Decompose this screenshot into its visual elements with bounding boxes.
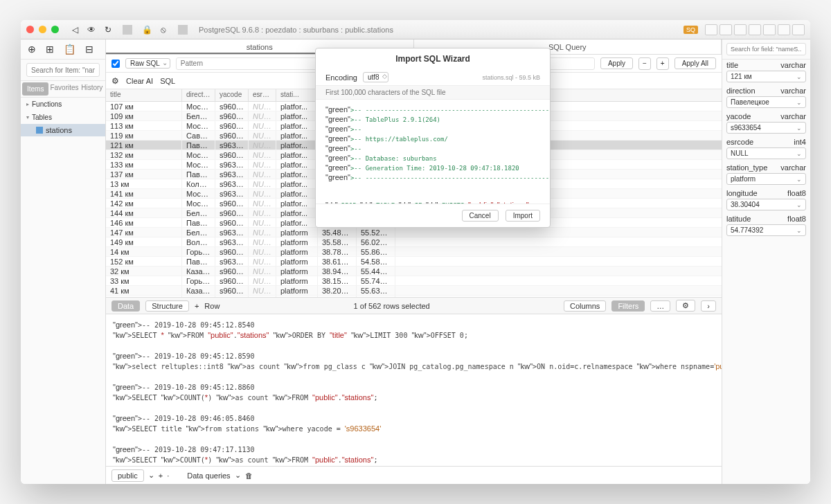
- table-row[interactable]: 41 кмКазанскоеs9600999NULLplatform38.201…: [106, 286, 722, 296]
- panel-toggle-7[interactable]: [792, 24, 805, 35]
- sql-preview[interactable]: "green">-- -----------------------------…: [316, 100, 550, 204]
- gear-icon[interactable]: ⚙: [111, 76, 119, 86]
- sidebar-tabs: Items Favorites History: [21, 81, 105, 98]
- data-queries-label[interactable]: Data queries: [187, 471, 230, 480]
- refresh-icon[interactable]: ↻: [103, 25, 113, 35]
- settings-button[interactable]: ⚙: [676, 300, 695, 312]
- close-icon[interactable]: [26, 26, 34, 33]
- panel-toggle-1[interactable]: [705, 24, 717, 35]
- zoom-icon[interactable]: [51, 26, 59, 33]
- field-type: float8: [787, 189, 806, 197]
- add-row-icon[interactable]: +: [195, 302, 199, 310]
- titlebar: ◁ 👁 ↻ 🔒 ⦸ PostgreSQL 9.6.8 : poezdato : …: [21, 20, 810, 39]
- table-row[interactable]: 33 кмГорьковс...s9600773NULLplatform38.1…: [106, 276, 722, 286]
- table-footer: Data Structure + Row 1 of 562 rows selec…: [106, 297, 722, 314]
- field-type: varchar: [780, 112, 806, 120]
- trash-icon[interactable]: 🗑: [245, 471, 253, 480]
- sidebar-search-input[interactable]: [26, 63, 100, 77]
- apply-button[interactable]: Apply: [600, 57, 633, 69]
- tab-structure[interactable]: Structure: [145, 300, 189, 312]
- connection-icon[interactable]: ⊕: [28, 44, 36, 55]
- schema-chevron-icon[interactable]: ⌄: [148, 471, 154, 480]
- tab-data[interactable]: Data: [111, 300, 140, 312]
- field-value-select[interactable]: Павелецкое: [726, 96, 806, 108]
- panel-toggle-5[interactable]: [763, 24, 776, 35]
- panel-toggle-4[interactable]: [749, 24, 761, 35]
- more-button[interactable]: …: [650, 300, 670, 312]
- tab-history[interactable]: History: [79, 81, 105, 97]
- field-type: varchar: [780, 61, 806, 69]
- add-filter-button[interactable]: +: [656, 57, 669, 70]
- filters-button[interactable]: Filters: [611, 300, 645, 312]
- menu-dot-button[interactable]: ·: [167, 471, 169, 480]
- history-back-icon[interactable]: ◁: [70, 25, 80, 35]
- col-esrcode[interactable]: esrcode: [249, 89, 276, 101]
- queries-chevron-icon[interactable]: ⌄: [235, 471, 241, 480]
- col-direction[interactable]: direction: [182, 89, 215, 101]
- panel-toggle-3[interactable]: [734, 24, 747, 35]
- clear-ai-button[interactable]: Clear AI: [126, 77, 153, 85]
- field-value-select[interactable]: 38.30404: [726, 199, 806, 210]
- sql-log-pane[interactable]: "green">-- 2019-10-28 09:45:12.8540 "kw"…: [106, 314, 722, 466]
- panel-toggle-2[interactable]: [720, 24, 732, 35]
- apply-all-button[interactable]: Apply All: [674, 57, 716, 69]
- field-value-select[interactable]: NULL: [726, 147, 806, 159]
- add-button[interactable]: +: [159, 471, 163, 480]
- sq-badge: SQ: [683, 26, 698, 34]
- row-label: Row: [204, 302, 220, 310]
- field-type: int4: [794, 138, 806, 146]
- field-value-select[interactable]: 54.774392: [726, 224, 806, 236]
- section-functions[interactable]: Functions: [21, 98, 105, 111]
- field-type: varchar: [780, 163, 806, 172]
- col-yacode[interactable]: yacode: [215, 89, 249, 101]
- minimize-icon[interactable]: [39, 26, 46, 33]
- window-title: PostgreSQL 9.6.8 : poezdato : suburbans …: [195, 26, 679, 34]
- field-value-select[interactable]: 121 км: [726, 71, 806, 82]
- field-name: latitude: [726, 215, 751, 223]
- table-row[interactable]: 32 кмКазанскоеs9601128NULLplatform38.943…: [106, 267, 722, 276]
- encoding-label: Encoding: [325, 73, 357, 82]
- detail-search: [722, 39, 810, 60]
- cancel-button[interactable]: Cancel: [462, 210, 499, 222]
- detail-search-input[interactable]: [726, 43, 806, 55]
- import-button[interactable]: Import: [506, 210, 540, 222]
- panel-toggle-6[interactable]: [778, 24, 790, 35]
- detail-panel: titlevarchar121 кмdirectionvarcharПавеле…: [722, 39, 810, 484]
- field-value-select[interactable]: s9633654: [726, 122, 806, 134]
- lock-icon[interactable]: 🔒: [142, 25, 152, 35]
- encoding-select[interactable]: utf8: [363, 72, 388, 82]
- table-row[interactable]: 149 кмВолохола...s9633658NULLplatform35.…: [106, 237, 722, 247]
- sql-button[interactable]: SQL: [160, 77, 175, 85]
- menu-icon[interactable]: 📋: [64, 44, 75, 55]
- tab-favorites[interactable]: Favorites: [50, 81, 78, 97]
- stop-icon[interactable]: ⦸: [159, 25, 168, 35]
- raw-sql-select[interactable]: Raw SQL: [125, 58, 170, 69]
- filter-checkbox[interactable]: [111, 60, 120, 68]
- section-tables[interactable]: Tables: [21, 111, 105, 124]
- field-name: title: [726, 61, 738, 69]
- columns-button[interactable]: Columns: [564, 300, 606, 312]
- table-row[interactable]: 147 кмБелорусс...s9633995NULLplatform35.…: [106, 228, 722, 237]
- col-title[interactable]: title: [106, 89, 182, 101]
- sidebar-item-label: stations: [46, 126, 72, 134]
- table-row[interactable]: 152 кмПавелецк...s9633655NULLplatform38.…: [106, 257, 722, 267]
- sidebar: ⊕ ⊞ 📋 ⊟ Items Favorites History Function…: [21, 39, 106, 484]
- field-value-select[interactable]: platform: [726, 173, 806, 185]
- schema-select[interactable]: public: [111, 469, 144, 482]
- tab-items[interactable]: Items: [22, 82, 48, 96]
- row-status: 1 of 562 rows selected: [225, 302, 558, 310]
- sidebar-item-stations[interactable]: stations: [21, 124, 105, 136]
- field-name: longitude: [726, 189, 758, 197]
- table-row[interactable]: 14 кмГорьковс...s9601876NULLplatform38.7…: [106, 247, 722, 257]
- col-stationtype[interactable]: stati...: [276, 89, 318, 101]
- table-icon: [36, 127, 43, 134]
- sidebar-search: [21, 60, 105, 81]
- collapse-icon[interactable]: ⊟: [85, 44, 93, 55]
- show-icon[interactable]: 👁: [87, 25, 96, 35]
- remove-filter-button[interactable]: −: [638, 57, 651, 70]
- window-footer: public ⌄ + · Data queries ⌄ 🗑: [106, 466, 722, 484]
- next-button[interactable]: ›: [701, 300, 716, 312]
- import-sql-wizard-modal: Import SQL Wizard Encoding utf8 stations…: [315, 48, 551, 228]
- traffic-lights[interactable]: [26, 26, 59, 33]
- workspace-icon[interactable]: ⊞: [46, 44, 54, 55]
